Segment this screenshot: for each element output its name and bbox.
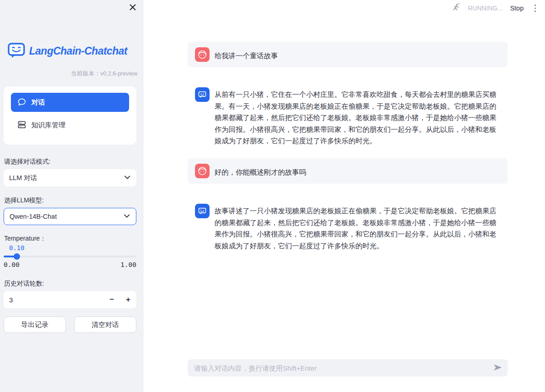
temperature-value: 0.10: [9, 244, 25, 251]
assistant-avatar: [195, 87, 210, 102]
main-area: RUNNING... Stop ⋮ 给我讲一个童话故事: [144, 0, 545, 392]
message-text: 给我讲一个童话故事: [215, 47, 500, 62]
version-label: 当前版本：: [71, 70, 100, 77]
chevron-down-icon: [124, 174, 131, 181]
slider-minmax: 0.00 1.00: [4, 261, 136, 268]
version-info: 当前版本：v0.2.6-preview: [71, 70, 137, 78]
server-stack-icon: [17, 120, 26, 131]
llm-model-value: Qwen-14B-Chat: [10, 213, 123, 220]
sidebar-item-dialogue[interactable]: 对话: [11, 93, 129, 112]
app-window: LangChain-Chatchat 当前版本：v0.2.6-preview 对…: [0, 0, 545, 392]
stepper-minus-button[interactable]: −: [104, 291, 120, 308]
dialog-mode-select[interactable]: LLM 对话: [4, 169, 136, 186]
message-text: 好的，你能概述刚才的故事吗: [215, 164, 500, 178]
slider-min-label: 0.00: [4, 261, 20, 268]
sidebar-item-knowledge-base[interactable]: 知识库管理: [11, 116, 129, 135]
sidebar-close-button[interactable]: [129, 5, 136, 12]
running-man-icon: [451, 3, 460, 14]
chat-message-user: 给我讲一个童话故事: [188, 42, 508, 67]
user-avatar: [195, 164, 210, 178]
version-value: v0.2.6-preview: [100, 70, 137, 77]
assistant-avatar: [195, 204, 210, 218]
logo-chat-bubble-icon: [7, 42, 25, 60]
dialog-mode-label: 请选择对话模式:: [4, 158, 50, 166]
history-rounds-stepper: 3 − +: [4, 291, 136, 308]
stepper-plus-button[interactable]: +: [120, 291, 136, 308]
user-avatar: [195, 47, 210, 62]
chat-input[interactable]: [188, 359, 488, 377]
sidebar-item-label: 对话: [31, 98, 45, 107]
kebab-menu-icon[interactable]: ⋮: [531, 4, 540, 12]
app-title: LangChain-Chatchat: [29, 45, 127, 57]
send-button[interactable]: [488, 359, 508, 377]
top-status-bar: RUNNING... Stop ⋮: [451, 3, 540, 13]
chevron-down-icon: [123, 213, 130, 220]
send-arrow-icon: [493, 363, 503, 373]
slider-track[interactable]: [4, 256, 136, 257]
chat-message-assistant: 故事讲述了一只小猪发现糖果店的老板娘正在偷糖果，于是它决定帮助老板娘。它把糖果店…: [188, 198, 508, 257]
llm-model-label: 选择LLM模型:: [4, 196, 44, 205]
message-text: 故事讲述了一只小猪发现糖果店的老板娘正在偷糖果，于是它决定帮助老板娘。它把糖果店…: [215, 204, 500, 251]
sidebar-item-label: 知识库管理: [31, 121, 65, 130]
chat-message-user: 好的，你能概述刚才的故事吗: [188, 158, 508, 184]
chat-bubble-outline-icon: [17, 97, 26, 108]
temperature-label: Temperature：: [4, 235, 46, 243]
stop-button[interactable]: Stop: [510, 5, 524, 12]
message-text: 从前有一只小猪，它住在一个小村庄里。它非常喜欢吃甜食，每天都会去村里的糖果店买糖…: [215, 87, 500, 147]
slider-max-label: 1.00: [120, 261, 136, 268]
sidebar: LangChain-Chatchat 当前版本：v0.2.6-preview 对…: [0, 0, 144, 392]
close-icon: [130, 4, 136, 12]
nav-card: 对话 知识库管理: [4, 86, 136, 145]
chat-input-bar: [188, 359, 508, 377]
llm-model-select[interactable]: Qwen-14B-Chat: [4, 208, 136, 225]
running-status-text: RUNNING...: [468, 5, 503, 12]
temperature-slider[interactable]: [4, 253, 136, 260]
history-rounds-input[interactable]: 3: [4, 291, 104, 308]
app-logo: LangChain-Chatchat: [7, 42, 127, 60]
export-records-button[interactable]: 导出记录: [4, 317, 66, 333]
clear-dialogue-button[interactable]: 清空对话: [74, 317, 136, 333]
dialog-mode-value: LLM 对话: [9, 174, 124, 182]
chat-message-assistant: 从前有一只小猪，它住在一个小村庄里。它非常喜欢吃甜食，每天都会去村里的糖果店买糖…: [188, 82, 508, 152]
history-rounds-label: 历史对话轮数:: [4, 280, 44, 288]
slider-thumb[interactable]: [14, 253, 20, 260]
